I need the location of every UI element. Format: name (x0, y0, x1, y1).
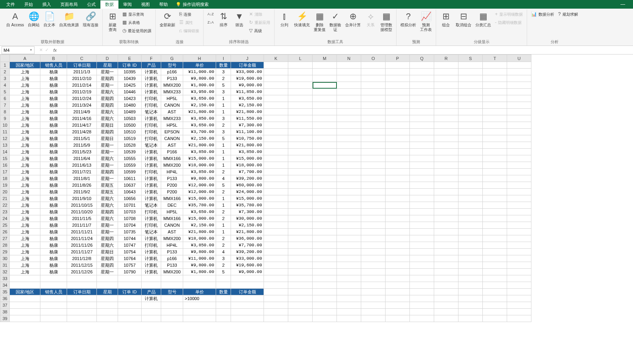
cell-Q17[interactable] (410, 169, 434, 175)
cell-T31[interactable] (483, 262, 507, 269)
cell-Q26[interactable] (410, 229, 434, 235)
cell-P8[interactable] (386, 109, 410, 115)
cell-S16[interactable] (458, 162, 483, 169)
cell-D35[interactable]: 星期 (97, 289, 118, 295)
cell-U21[interactable] (507, 195, 531, 202)
row-header-22[interactable]: 22 (0, 202, 10, 209)
cell-O2[interactable] (361, 69, 386, 75)
cell-A18[interactable]: 上海 (10, 175, 40, 182)
cell-G36[interactable] (161, 295, 183, 302)
cell-L11[interactable] (288, 129, 313, 135)
cell-P10[interactable] (386, 122, 410, 129)
cell-G23[interactable]: HP5L (161, 209, 183, 215)
cell-I15[interactable]: 1 (216, 155, 231, 162)
cell-M25[interactable] (313, 222, 337, 229)
cell-P17[interactable] (386, 169, 410, 175)
cell-G21[interactable]: MMX166 (161, 195, 183, 202)
cell-M8[interactable] (313, 109, 337, 115)
cell-F1[interactable]: 产品 (142, 62, 161, 69)
cell-Q30[interactable] (410, 255, 434, 262)
cell-F34[interactable] (142, 282, 161, 289)
row-header-21[interactable]: 21 (0, 195, 10, 202)
cell-H7[interactable]: ¥2,150.00 (183, 102, 216, 109)
cell-H1[interactable]: 单价 (183, 62, 216, 69)
cell-K35[interactable] (264, 289, 288, 295)
cell-E27[interactable]: 10744 (118, 235, 142, 242)
cell-B15[interactable]: 杨康 (40, 155, 67, 162)
cell-F36[interactable]: 计算机 (142, 295, 161, 302)
cell-R30[interactable] (434, 255, 458, 262)
cell-P16[interactable] (386, 162, 410, 169)
cell-H22[interactable]: ¥35,780.00 (183, 202, 216, 209)
cell-Q10[interactable] (410, 122, 434, 129)
cell-J23[interactable]: ¥7,300.00 (231, 209, 264, 215)
cell-I26[interactable]: 1 (216, 229, 231, 235)
cell-A32[interactable]: 上海 (10, 269, 40, 275)
cell-U32[interactable] (507, 269, 531, 275)
cell-M37[interactable] (313, 302, 337, 309)
cell-L10[interactable] (288, 122, 313, 129)
cell-M7[interactable] (313, 102, 337, 109)
cell-T23[interactable] (483, 209, 507, 215)
cell-J36[interactable] (231, 295, 264, 302)
cell-A6[interactable]: 上海 (10, 95, 40, 102)
cell-U15[interactable] (507, 155, 531, 162)
col-header-B[interactable]: B (40, 55, 67, 62)
cell-Q23[interactable] (410, 209, 434, 215)
cell-H30[interactable]: ¥11,000.00 (183, 255, 216, 262)
cell-M9[interactable] (313, 115, 337, 122)
cell-L18[interactable] (288, 175, 313, 182)
cell-H2[interactable]: ¥11,000.00 (183, 69, 216, 75)
cell-O31[interactable] (361, 262, 386, 269)
cell-N18[interactable] (337, 175, 361, 182)
cell-L1[interactable] (288, 62, 313, 69)
cell-A21[interactable]: 上海 (10, 195, 40, 202)
cell-D6[interactable]: 星期四 (97, 95, 118, 102)
cell-F30[interactable]: 计算机 (142, 255, 161, 262)
filter[interactable]: ▼筛选 (232, 10, 247, 38)
cell-H18[interactable]: ¥9,800.00 (183, 175, 216, 182)
cell-T12[interactable] (483, 135, 507, 142)
cell-H16[interactable]: ¥18,000.00 (183, 162, 216, 169)
cell-I18[interactable]: 4 (216, 175, 231, 182)
cell-Q34[interactable] (410, 282, 434, 289)
cell-F28[interactable]: 打印机 (142, 242, 161, 249)
cell-J19[interactable]: ¥60,000.00 (231, 182, 264, 189)
menu-tab-文件[interactable]: 文件 (2, 0, 20, 9)
cell-L33[interactable] (288, 275, 313, 282)
cell-K38[interactable] (264, 309, 288, 315)
cell-P13[interactable] (386, 142, 410, 149)
cell-R28[interactable] (434, 242, 458, 249)
cell-P35[interactable] (386, 289, 410, 295)
cell-S25[interactable] (458, 222, 483, 229)
cell-F16[interactable]: 计算机 (142, 162, 161, 169)
cell-U12[interactable] (507, 135, 531, 142)
row-header-32[interactable]: 32 (0, 269, 10, 275)
cell-D1[interactable]: 星期 (97, 62, 118, 69)
cell-T9[interactable] (483, 115, 507, 122)
cell-T16[interactable] (483, 162, 507, 169)
cell-U2[interactable] (507, 69, 531, 75)
cell-A30[interactable]: 上海 (10, 255, 40, 262)
cell-F15[interactable]: 计算机 (142, 155, 161, 162)
cell-Q11[interactable] (410, 129, 434, 135)
cell-I9[interactable]: 3 (216, 115, 231, 122)
cell-G26[interactable]: AST (161, 229, 183, 235)
cell-S22[interactable] (458, 202, 483, 209)
cell-E1[interactable]: 订单 ID (118, 62, 142, 69)
cell-N8[interactable] (337, 109, 361, 115)
cell-B30[interactable]: 杨康 (40, 255, 67, 262)
cell-T29[interactable] (483, 249, 507, 255)
cell-K15[interactable] (264, 155, 288, 162)
cell-A34[interactable] (10, 282, 40, 289)
cell-B31[interactable]: 杨康 (40, 262, 67, 269)
cell-G18[interactable]: P133 (161, 175, 183, 182)
cell-P15[interactable] (386, 155, 410, 162)
cell-L8[interactable] (288, 109, 313, 115)
cell-R31[interactable] (434, 262, 458, 269)
cell-M11[interactable] (313, 129, 337, 135)
cell-L29[interactable] (288, 249, 313, 255)
cell-B33[interactable] (40, 275, 67, 282)
cell-O32[interactable] (361, 269, 386, 275)
cell-R6[interactable] (434, 95, 458, 102)
